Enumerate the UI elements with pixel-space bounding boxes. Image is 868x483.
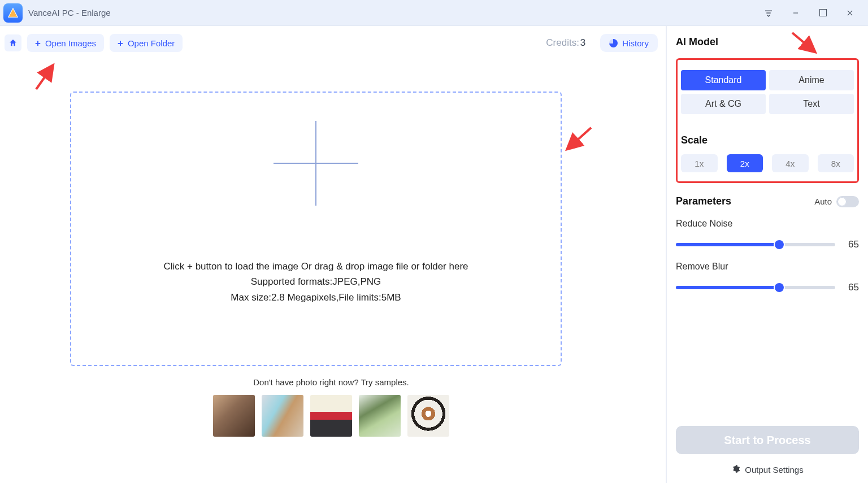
scale-title: Scale xyxy=(681,134,854,146)
open-images-label: Open Images xyxy=(45,38,96,48)
history-label: History xyxy=(622,38,649,48)
ai-model-option[interactable]: Standard xyxy=(681,70,766,90)
credits-label: Credits: xyxy=(546,37,579,49)
remove-blur-value: 65 xyxy=(843,282,859,293)
history-button[interactable]: History xyxy=(600,34,658,52)
start-process-label: Start to Process xyxy=(724,434,810,447)
auto-label: Auto xyxy=(814,197,832,206)
plus-icon: + xyxy=(118,38,123,48)
open-folder-button[interactable]: + Open Folder xyxy=(110,34,183,52)
gear-icon xyxy=(731,464,740,475)
ai-model-option[interactable]: Text xyxy=(769,94,854,114)
settings-panel: AI Model StandardAnimeArt & CGText Scale… xyxy=(666,26,868,483)
history-icon xyxy=(609,39,618,47)
scale-option[interactable]: 8x xyxy=(818,154,854,172)
samples-prompt: Don't have photo right now? Try samples. xyxy=(5,377,658,387)
sample-thumbnail[interactable] xyxy=(213,395,255,437)
sample-thumbnail[interactable] xyxy=(359,395,401,437)
start-process-button[interactable]: Start to Process xyxy=(676,426,859,454)
plus-icon: + xyxy=(35,38,41,48)
drop-line-1: Click + button to load the image Or drag… xyxy=(163,259,468,274)
samples-row xyxy=(5,395,658,437)
home-button[interactable] xyxy=(5,34,21,51)
minimize-button[interactable] xyxy=(782,0,809,26)
reduce-noise-label: Reduce Noise xyxy=(676,219,859,229)
output-settings-button[interactable]: Output Settings xyxy=(676,464,859,475)
scale-option[interactable]: 1x xyxy=(681,154,718,172)
sample-thumbnail[interactable] xyxy=(407,395,449,437)
ai-model-option[interactable]: Art & CG xyxy=(681,94,766,114)
auto-toggle[interactable] xyxy=(836,196,859,207)
ai-model-grid: StandardAnimeArt & CGText xyxy=(681,70,854,114)
credits-value: 3 xyxy=(580,37,585,49)
sample-thumbnail[interactable] xyxy=(262,395,303,437)
output-settings-label: Output Settings xyxy=(745,465,803,475)
credits-indicator: Credits: 3 xyxy=(546,37,585,49)
sample-thumbnail[interactable] xyxy=(310,395,352,437)
reduce-noise-value: 65 xyxy=(843,239,859,250)
highlight-box: StandardAnimeArt & CGText Scale 1x2x4x8x xyxy=(676,58,859,183)
ai-model-option[interactable]: Anime xyxy=(769,70,854,90)
scale-row: 1x2x4x8x xyxy=(681,154,854,172)
drop-line-2: Supported formats:JPEG,PNG xyxy=(163,274,468,289)
parameters-title: Parameters xyxy=(676,195,731,207)
maximize-button[interactable] xyxy=(809,0,836,26)
drop-line-3: Max size:2.8 Megapixels,File limits:5MB xyxy=(163,290,468,305)
close-button[interactable] xyxy=(836,0,863,26)
window-title: VanceAI PC - Enlarge xyxy=(28,8,111,18)
open-images-button[interactable]: + Open Images xyxy=(27,34,104,52)
drop-zone-text: Click + button to load the image Or drag… xyxy=(163,259,468,305)
title-bar: VanceAI PC - Enlarge xyxy=(0,0,868,26)
main-area: + Open Images + Open Folder Credits: 3 H… xyxy=(0,26,666,483)
scale-option[interactable]: 2x xyxy=(727,154,763,172)
window-menu-button[interactable] xyxy=(755,0,782,26)
remove-blur-label: Remove Blur xyxy=(676,262,859,272)
scale-option[interactable]: 4x xyxy=(772,154,809,172)
window-controls xyxy=(755,0,863,26)
reduce-noise-slider[interactable] xyxy=(676,243,835,246)
drop-zone[interactable]: Click + button to load the image Or drag… xyxy=(70,92,562,366)
remove-blur-slider[interactable] xyxy=(676,286,835,289)
drop-plus-icon xyxy=(274,121,358,206)
open-folder-label: Open Folder xyxy=(128,38,175,48)
ai-model-title: AI Model xyxy=(676,36,859,48)
toolbar: + Open Images + Open Folder Credits: 3 H… xyxy=(5,34,658,52)
app-icon xyxy=(3,3,23,23)
